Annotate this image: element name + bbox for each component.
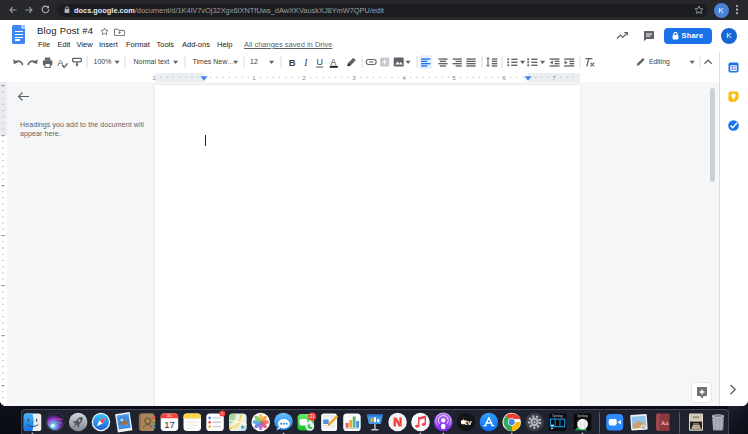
svg-text:6: 6 [502, 74, 506, 81]
svg-text:7: 7 [552, 74, 556, 81]
svg-text:Synology: Synology [577, 413, 588, 417]
svg-text:JUL: JUL [166, 414, 172, 418]
svg-text:5: 5 [452, 74, 456, 81]
svg-text:U: U [316, 57, 323, 67]
svg-text:A: A [331, 57, 337, 67]
svg-text:31: 31 [731, 66, 737, 71]
svg-text:I: I [303, 58, 308, 68]
svg-text:5: 5 [221, 412, 223, 416]
svg-text:Aa: Aa [660, 419, 668, 426]
svg-text:3: 3 [352, 74, 356, 81]
svg-text:1: 1 [152, 74, 156, 81]
svg-text:17: 17 [164, 419, 175, 430]
svg-text:tv: tv [464, 418, 472, 427]
svg-text:Synology: Synology [552, 413, 563, 417]
svg-text:2: 2 [302, 74, 306, 81]
svg-text:1: 1 [252, 74, 256, 81]
svg-text:21: 21 [309, 414, 315, 419]
svg-text:B: B [289, 57, 296, 68]
svg-text:4: 4 [402, 74, 406, 81]
